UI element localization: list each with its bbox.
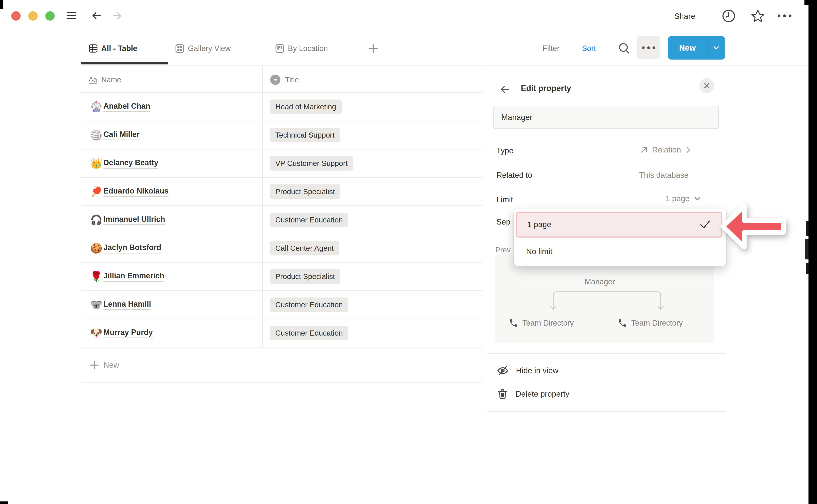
share-button[interactable]: Share: [674, 12, 695, 21]
relation-preview-box: Manager Team Directory Team Directory: [495, 254, 714, 343]
title-tag: Call Center Agent: [270, 241, 339, 255]
add-view-icon[interactable]: [368, 43, 378, 54]
close-icon: [703, 82, 711, 90]
property-name-input[interactable]: [493, 106, 719, 129]
chevron-down-icon: [693, 194, 702, 203]
screen-artifact: [0, 0, 3, 9]
limit-value-button[interactable]: 1 page: [666, 194, 702, 203]
new-button[interactable]: New: [668, 36, 707, 60]
page-name-link[interactable]: Anabel Chan: [103, 102, 150, 112]
tab-all-table[interactable]: All - Table: [88, 42, 137, 55]
zoom-window-button[interactable]: [45, 11, 55, 21]
minimize-window-button[interactable]: [28, 11, 38, 21]
page-name-link[interactable]: Immanuel Ullrich: [103, 215, 165, 225]
favorite-star-icon[interactable]: [750, 9, 766, 23]
eye-slash-icon: [497, 364, 509, 377]
column-header-title[interactable]: Title: [270, 67, 299, 92]
table-row[interactable]: 🏓 Eduardo Nikolaus Product Specialist: [81, 178, 482, 206]
new-row-button[interactable]: New: [81, 348, 482, 383]
limit-option-no-limit[interactable]: No limit: [516, 240, 722, 263]
search-icon[interactable]: [617, 41, 632, 56]
updates-clock-icon[interactable]: [722, 9, 736, 23]
new-dropdown-button[interactable]: [707, 36, 725, 60]
panel-close-button[interactable]: [699, 78, 714, 93]
table-row[interactable]: 🏐 Cali Miller Technical Support: [81, 121, 482, 149]
sort-button[interactable]: Sort: [582, 42, 596, 55]
tab-gallery-view[interactable]: Gallery View: [175, 42, 231, 55]
limit-label: Limit: [497, 195, 513, 204]
page-name-link[interactable]: Jillian Emmerich: [103, 271, 164, 282]
table-cell-title[interactable]: VP Customer Support: [263, 149, 482, 177]
new-row-label: New: [103, 361, 119, 370]
table-header: Aa Name Title: [81, 67, 482, 93]
table-row[interactable]: 🎧 Immanuel Ullrich Customer Education: [81, 206, 482, 234]
phone-icon: [509, 318, 519, 328]
table-cell-title[interactable]: Call Center Agent: [263, 234, 482, 262]
table-row[interactable]: 🐨 Lenna Hamill Customer Education: [81, 291, 482, 319]
table-view-icon: [88, 44, 98, 53]
panel-back-icon[interactable]: [499, 84, 511, 95]
table-row[interactable]: 🎡 Anabel Chan Head of Marketing: [81, 93, 482, 121]
page-emoji-icon: 👑: [90, 158, 103, 169]
delete-property-label: Delete property: [516, 390, 569, 399]
table-cell-title[interactable]: Customer Education: [263, 319, 482, 347]
tab-by-location[interactable]: By Location: [275, 42, 328, 55]
page-name-link[interactable]: Jaclyn Botsford: [103, 243, 161, 253]
table-cell-title[interactable]: Product Specialist: [263, 263, 482, 290]
new-button-group: New: [668, 36, 725, 60]
hide-in-view-button[interactable]: Hide in view: [497, 364, 558, 377]
annotation-arrow-icon: [713, 198, 804, 257]
column-divider[interactable]: [262, 67, 263, 347]
delete-property-button[interactable]: Delete property: [497, 388, 569, 400]
page-name-link[interactable]: Lenna Hamill: [103, 300, 151, 310]
tab-label: By Location: [288, 44, 328, 53]
table-cell-title[interactable]: Product Specialist: [263, 178, 482, 205]
table-cell-title[interactable]: Head of Marketing: [263, 93, 482, 121]
sidebar-menu-icon[interactable]: [67, 12, 76, 19]
screen-artifact: [805, 239, 809, 259]
table-cell-name[interactable]: 👑 Delaney Beatty: [81, 149, 263, 177]
table-cell-name[interactable]: 🐨 Lenna Hamill: [81, 291, 263, 319]
more-options-icon[interactable]: [778, 14, 791, 17]
page-emoji-icon: 🐶: [90, 327, 103, 339]
table-cell-title[interactable]: Technical Support: [263, 121, 482, 149]
gallery-view-icon: [175, 44, 185, 53]
table-cell-name[interactable]: 🏐 Cali Miller: [81, 121, 263, 149]
page-name-link[interactable]: Eduardo Nikolaus: [103, 187, 168, 197]
table-row[interactable]: 🌹 Jillian Emmerich Product Specialist: [81, 263, 482, 291]
screen-artifact: [0, 501, 8, 504]
notion-window: Share All - Table Gallery View: [0, 0, 817, 504]
chevron-right-icon: [684, 145, 693, 155]
table-cell-title[interactable]: Customer Education: [263, 291, 482, 319]
forward-icon[interactable]: [111, 10, 123, 22]
table-cell-name[interactable]: 🏓 Eduardo Nikolaus: [81, 178, 263, 205]
preview-related-page: Team Directory: [509, 318, 574, 328]
panel-section-divider: [487, 353, 726, 354]
table-cell-name[interactable]: 🐶 Murray Purdy: [81, 319, 263, 347]
page-emoji-icon: 🐨: [90, 299, 103, 310]
table-cell-name[interactable]: 🌹 Jillian Emmerich: [81, 263, 263, 290]
view-options-button[interactable]: [637, 36, 660, 59]
page-name-link[interactable]: Delaney Beatty: [103, 158, 158, 169]
table-cell-name[interactable]: 🎡 Anabel Chan: [81, 93, 263, 121]
type-value-button[interactable]: Relation: [639, 145, 693, 155]
screen-artifact: [808, 0, 817, 504]
table-cell-name[interactable]: 🍪 Jaclyn Botsford: [81, 234, 263, 262]
table-cell-title[interactable]: Customer Education: [263, 206, 482, 234]
select-type-icon: [270, 74, 281, 85]
table-cell-name[interactable]: 🎧 Immanuel Ullrich: [81, 206, 263, 234]
screen-artifact: [806, 263, 809, 274]
table-row[interactable]: 🐶 Murray Purdy Customer Education: [81, 319, 482, 347]
limit-option-1-page[interactable]: 1 page: [516, 212, 722, 238]
table-row[interactable]: 🍪 Jaclyn Botsford Call Center Agent: [81, 234, 482, 263]
text-type-icon: Aa: [89, 75, 97, 84]
tabbar-divider: [81, 65, 808, 66]
page-name-link[interactable]: Cali Miller: [103, 130, 140, 140]
back-icon[interactable]: [90, 10, 102, 22]
filter-button[interactable]: Filter: [543, 42, 560, 55]
page-name-link[interactable]: Murray Purdy: [103, 328, 153, 338]
close-window-button[interactable]: [11, 11, 21, 21]
tab-label: All - Table: [101, 44, 137, 53]
table-row[interactable]: 👑 Delaney Beatty VP Customer Support: [81, 149, 482, 178]
related-to-value[interactable]: This database: [639, 171, 689, 180]
